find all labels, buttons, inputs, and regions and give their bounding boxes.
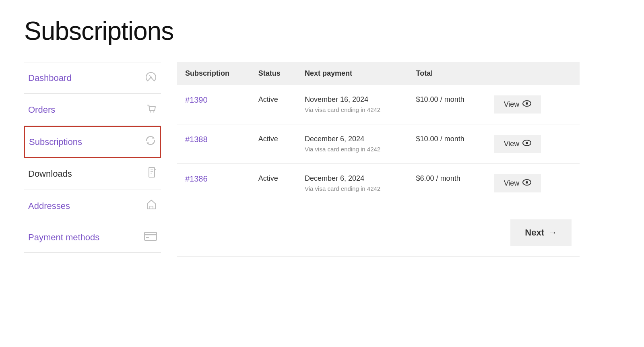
next-payment-cell-2: December 6, 2024 Via visa card ending in… bbox=[297, 124, 408, 164]
svg-point-13 bbox=[526, 102, 528, 105]
status-cell-1: Active bbox=[250, 85, 297, 124]
subscriptions-icon bbox=[145, 135, 156, 149]
col-next-payment: Next payment bbox=[297, 62, 408, 85]
action-cell-1: View bbox=[486, 85, 580, 124]
eye-icon bbox=[522, 140, 531, 148]
main-content: Subscription Status Next payment Total #… bbox=[161, 62, 580, 257]
col-status: Status bbox=[250, 62, 297, 85]
next-payment-cell-1: November 16, 2024 Via visa card ending i… bbox=[297, 85, 408, 124]
dashboard-icon bbox=[145, 71, 157, 85]
svg-point-15 bbox=[526, 142, 528, 144]
sidebar-item-downloads[interactable]: Downloads bbox=[24, 158, 161, 190]
svg-point-2 bbox=[150, 112, 151, 113]
payment-detail-1: Via visa card ending in 4242 bbox=[305, 106, 400, 113]
next-payment-date-1: November 16, 2024 bbox=[305, 95, 400, 104]
arrow-right-icon: → bbox=[548, 227, 557, 238]
action-cell-2: View bbox=[486, 124, 580, 164]
pagination-row: Next → bbox=[177, 203, 580, 257]
table-row: #1388 Active December 6, 2024 Via visa c… bbox=[177, 124, 580, 164]
col-actions bbox=[486, 62, 580, 85]
orders-icon bbox=[147, 103, 157, 117]
sidebar-item-payment-methods[interactable]: Payment methods bbox=[24, 222, 161, 253]
next-button[interactable]: Next → bbox=[510, 219, 572, 246]
svg-rect-8 bbox=[150, 206, 153, 209]
payment-detail-2: Via visa card ending in 4242 bbox=[305, 146, 400, 153]
payment-detail-3: Via visa card ending in 4242 bbox=[305, 185, 400, 192]
eye-icon bbox=[522, 179, 531, 188]
view-button-1386[interactable]: View bbox=[494, 174, 541, 192]
next-payment-date-3: December 6, 2024 bbox=[305, 174, 400, 183]
status-cell-2: Active bbox=[250, 124, 297, 164]
subscription-link-1386[interactable]: #1386 bbox=[185, 174, 208, 183]
view-button-1390[interactable]: View bbox=[494, 95, 541, 114]
subscription-id-cell: #1388 bbox=[177, 124, 250, 164]
sidebar-item-dashboard[interactable]: Dashboard bbox=[24, 62, 161, 94]
svg-point-17 bbox=[526, 181, 528, 184]
svg-point-3 bbox=[153, 112, 155, 113]
action-cell-3: View bbox=[486, 164, 580, 203]
payment-methods-icon bbox=[144, 231, 157, 244]
eye-icon bbox=[522, 100, 531, 109]
sidebar-item-orders[interactable]: Orders bbox=[24, 94, 161, 126]
col-total: Total bbox=[408, 62, 486, 85]
total-cell-2: $10.00 / month bbox=[408, 124, 486, 164]
subscription-link-1390[interactable]: #1390 bbox=[185, 95, 208, 104]
subscription-link-1388[interactable]: #1388 bbox=[185, 135, 208, 144]
svg-point-0 bbox=[150, 76, 152, 78]
total-cell-3: $6.00 / month bbox=[408, 164, 486, 203]
addresses-icon bbox=[146, 199, 157, 213]
page-title: Subscriptions bbox=[24, 16, 580, 46]
col-subscription: Subscription bbox=[177, 62, 250, 85]
svg-rect-4 bbox=[149, 167, 155, 177]
downloads-icon bbox=[148, 167, 157, 181]
svg-rect-9 bbox=[144, 232, 157, 240]
subscription-id-cell: #1390 bbox=[177, 85, 250, 124]
sidebar: Dashboard Orders bbox=[24, 62, 161, 257]
total-cell-1: $10.00 / month bbox=[408, 85, 486, 124]
sidebar-item-subscriptions[interactable]: Subscriptions bbox=[24, 126, 161, 158]
next-button-cell: Next → bbox=[486, 203, 580, 257]
table-row: #1386 Active December 6, 2024 Via visa c… bbox=[177, 164, 580, 203]
next-payment-cell-3: December 6, 2024 Via visa card ending in… bbox=[297, 164, 408, 203]
subscriptions-table: Subscription Status Next payment Total #… bbox=[177, 62, 580, 257]
table-row: #1390 Active November 16, 2024 Via visa … bbox=[177, 85, 580, 124]
status-cell-3: Active bbox=[250, 164, 297, 203]
sidebar-item-addresses[interactable]: Addresses bbox=[24, 190, 161, 222]
svg-rect-11 bbox=[146, 237, 149, 238]
view-button-1388[interactable]: View bbox=[494, 135, 541, 153]
subscription-id-cell: #1386 bbox=[177, 164, 250, 203]
svg-line-1 bbox=[149, 75, 151, 76]
next-payment-date-2: December 6, 2024 bbox=[305, 135, 400, 143]
